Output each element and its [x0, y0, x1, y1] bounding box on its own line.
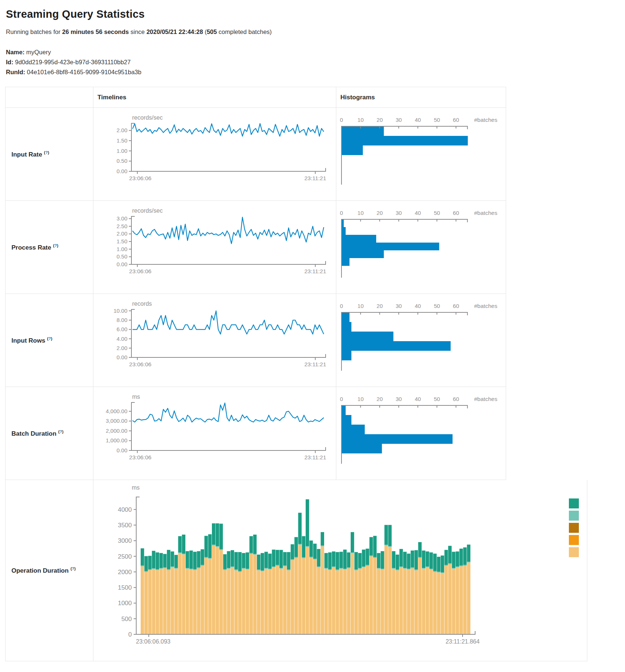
- table-row-operation-duration: Operation Duration(?) ms0500100015002000…: [5, 480, 587, 661]
- stack-segment-sliver: [227, 568, 230, 569]
- svg-text:50: 50: [434, 303, 440, 309]
- svg-text:40: 40: [415, 396, 421, 402]
- stack-segment-sliver: [463, 565, 467, 566]
- histogram-bar: [342, 322, 351, 332]
- process-rate-label: Process Rate(?): [11, 243, 58, 251]
- svg-text:2.50: 2.50: [117, 223, 127, 229]
- stack-segment-sliver: [231, 566, 234, 567]
- legend-swatch: [569, 523, 579, 533]
- stack-segment-sliver: [152, 568, 155, 569]
- query-name-value: myQuery: [24, 49, 51, 55]
- stack-segment-top: [407, 553, 410, 569]
- stack-segment-top: [317, 549, 320, 566]
- stack-segment-top: [141, 548, 144, 566]
- stack-segment-sliver: [189, 569, 193, 569]
- stack-segment-top: [422, 551, 425, 568]
- x-axis-start-label: 23:06:06: [129, 268, 151, 274]
- stack-segment-top: [456, 552, 459, 567]
- stack-segment-top: [388, 525, 392, 546]
- y-axis-unit-label: ms: [132, 394, 140, 400]
- stack-segment-sliver: [205, 557, 208, 558]
- stack-segment-top: [336, 552, 339, 569]
- svg-text:0.50: 0.50: [117, 253, 127, 260]
- histogram-bar: [342, 258, 350, 266]
- stack-segment-sliver: [257, 570, 260, 570]
- running-duration: 26 minutes 56 seconds: [62, 28, 129, 35]
- stack-segment-sliver: [156, 569, 159, 570]
- stack-segment-sliver: [370, 556, 373, 556]
- x-axis-start-label: 23:06:06: [129, 454, 151, 460]
- stack-segment-sliver: [219, 549, 223, 550]
- histogram-bar: [342, 235, 376, 243]
- header-timelines: Timelines: [93, 87, 336, 107]
- stack-segment-top: [377, 553, 380, 568]
- stack-segment-top: [313, 544, 316, 559]
- input-rows-label: Input Rows(?): [11, 336, 52, 344]
- completed-batches-count: 505: [207, 28, 217, 35]
- stack-segment-sliver: [339, 568, 343, 569]
- stack-segment-sliver: [238, 571, 241, 572]
- stack-segment-base: [178, 553, 182, 634]
- stack-segment-sliver: [321, 546, 324, 546]
- svg-text:20: 20: [377, 303, 383, 309]
- stack-segment-base: [317, 567, 320, 634]
- stack-segment-top: [448, 546, 451, 563]
- stack-segment-base: [328, 570, 332, 634]
- batch-duration-help-icon[interactable]: (?): [58, 429, 63, 434]
- stack-segment-sliver: [171, 566, 174, 567]
- stack-segment-sliver: [358, 568, 361, 569]
- stack-segment-sliver: [268, 569, 271, 569]
- svg-text:50: 50: [434, 210, 440, 216]
- stack-segment-sliver: [279, 568, 283, 569]
- stack-segment-top: [306, 499, 309, 546]
- stack-segment-top: [441, 556, 444, 573]
- stack-segment-sliver: [287, 570, 290, 570]
- stack-segment-base: [279, 569, 283, 635]
- stack-segment-sliver: [223, 569, 227, 570]
- table-row-batch-duration: Batch Duration(?) ms0.001,000.002,000.00…: [5, 387, 506, 480]
- stack-segment-top: [264, 552, 268, 568]
- svg-text:20: 20: [377, 396, 383, 402]
- stack-segment-base: [384, 545, 388, 634]
- process-rate-help-icon[interactable]: (?): [53, 243, 58, 248]
- stack-segment-top: [437, 557, 440, 572]
- svg-text:60: 60: [453, 396, 459, 402]
- timeline-series-line: [133, 403, 324, 422]
- svg-text:20: 20: [377, 210, 383, 216]
- stack-segment-base: [381, 569, 384, 634]
- stack-segment-sliver: [444, 565, 448, 566]
- stack-segment-top: [295, 537, 298, 557]
- input-rate-help-icon[interactable]: (?): [44, 150, 49, 155]
- stack-segment-top: [197, 551, 200, 568]
- stack-segment-sliver: [313, 559, 316, 559]
- stack-segment-base: [287, 570, 290, 634]
- stack-segment-top: [231, 550, 234, 566]
- query-id-value: 9d0dd219-995d-423e-b97d-36931110bb27: [13, 59, 131, 65]
- stack-segment-base: [276, 566, 279, 634]
- operation-duration-stacked-chart: ms0500100015002000250030003500400023:06:…: [93, 482, 587, 659]
- y-axis-line: [136, 497, 140, 634]
- stack-segment-top: [234, 552, 238, 569]
- stack-segment-sliver: [163, 568, 166, 568]
- svg-text:8.00: 8.00: [117, 317, 127, 323]
- stack-segment-base: [302, 558, 305, 634]
- histogram-bar: [342, 351, 351, 360]
- stack-segment-base: [171, 567, 174, 634]
- operation-duration-help-icon[interactable]: (?): [71, 566, 76, 571]
- svg-text:2000: 2000: [118, 569, 132, 576]
- stack-segment-base: [283, 566, 286, 634]
- stack-segment-sliver: [186, 568, 189, 569]
- stack-segment-sliver: [426, 566, 429, 567]
- stack-segment-base: [193, 570, 196, 634]
- stack-segment-top: [324, 553, 328, 568]
- stack-segment-top: [381, 551, 384, 569]
- svg-text:0.50: 0.50: [117, 158, 127, 164]
- stack-segment-sliver: [302, 558, 305, 558]
- stack-segment-sliver: [460, 566, 463, 566]
- stack-segment-sliver: [418, 557, 422, 558]
- input-rows-help-icon[interactable]: (?): [47, 336, 52, 341]
- stack-segment-sliver: [178, 552, 182, 553]
- stack-segment-sliver: [467, 562, 470, 562]
- stack-segment-sliver: [283, 566, 286, 566]
- stack-segment-top: [257, 555, 260, 570]
